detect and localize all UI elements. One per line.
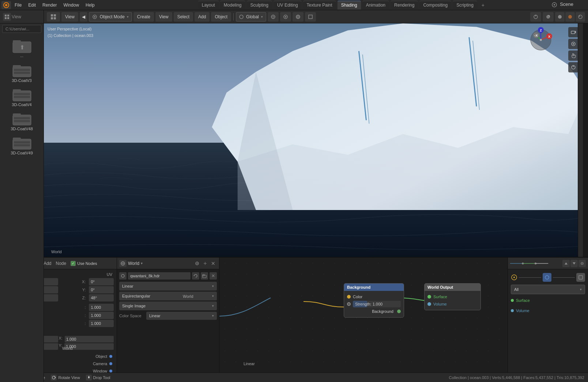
hdri-projection-dropdown[interactable]: Equirectangular ▾ bbox=[119, 292, 217, 300]
tab-scripting[interactable]: Scripting bbox=[453, 1, 477, 10]
x-scale-value[interactable]: 1.000 bbox=[89, 304, 114, 311]
color-space-dropdown[interactable]: Linear ▾ bbox=[146, 312, 217, 320]
surface-label[interactable]: Surface bbox=[516, 298, 530, 303]
tab-texture-paint[interactable]: Texture Paint bbox=[303, 1, 336, 10]
object-prop-label: Object bbox=[95, 354, 107, 359]
y-rot-value[interactable]: 0° bbox=[89, 286, 114, 293]
viewport-shading-btns[interactable] bbox=[543, 12, 554, 22]
snap-btn[interactable] bbox=[268, 12, 279, 22]
upload-folder-item[interactable]: ⬆ ... bbox=[0, 34, 44, 61]
tab-animation[interactable]: Animation bbox=[362, 1, 389, 10]
background-node[interactable]: Background Color Strength: 1.000 bbox=[344, 283, 404, 318]
world-surface-socket[interactable] bbox=[427, 295, 431, 299]
add-btn[interactable]: Add bbox=[195, 12, 210, 22]
render-mode-btn[interactable] bbox=[576, 12, 585, 22]
create-btn[interactable]: Create bbox=[133, 12, 154, 22]
tab-sculpting[interactable]: Sculpting bbox=[247, 1, 272, 10]
tab-shading[interactable]: Shading bbox=[338, 1, 361, 10]
folder-3d-coatv4[interactable]: 3D-CoatV4 bbox=[0, 85, 44, 109]
y-scale-value[interactable]: 1.000 bbox=[89, 312, 114, 319]
editor-type-3d[interactable] bbox=[47, 12, 60, 22]
right-scroll-up-btn[interactable] bbox=[562, 260, 570, 267]
render-preview-btn[interactable] bbox=[530, 12, 541, 22]
hdri-source-dropdown[interactable]: Single Image ▾ bbox=[119, 302, 217, 310]
svg-point-99 bbox=[513, 277, 515, 278]
right-scroll-down-btn[interactable] bbox=[570, 260, 578, 267]
viewport-hand-btn[interactable] bbox=[568, 50, 578, 61]
hdri-x-btn[interactable]: ✕ bbox=[210, 272, 217, 280]
folder-3d-coatv3[interactable]: 3D-CoatV3 bbox=[0, 61, 44, 85]
bg-color-socket-row: Color bbox=[347, 293, 401, 300]
world-output-node[interactable]: World Output Surface Volume bbox=[424, 283, 481, 310]
hdri-colorspace-dropdown[interactable]: Linear ▾ bbox=[119, 282, 217, 291]
x-rot-value[interactable]: 0° bbox=[89, 278, 114, 285]
menu-render[interactable]: Render bbox=[39, 0, 60, 10]
volume-label[interactable]: Volume bbox=[516, 308, 529, 313]
use-nodes-toggle[interactable]: ✓ Use Nodes bbox=[71, 261, 97, 266]
sidebar-view-btn[interactable]: View bbox=[12, 13, 20, 21]
world-dropdown-label[interactable]: World bbox=[128, 261, 139, 266]
node-close-btn[interactable]: ✕ bbox=[210, 260, 217, 267]
tab-uv-editing[interactable]: UV Editing bbox=[274, 1, 302, 10]
viewport-camera-btn[interactable] bbox=[568, 27, 578, 37]
z-rot-value[interactable]: 48° bbox=[89, 294, 114, 302]
tab-layout[interactable]: Layout bbox=[198, 1, 219, 10]
node-new-btn[interactable] bbox=[201, 260, 209, 267]
window-socket bbox=[109, 370, 112, 372]
bg-color-socket-in[interactable] bbox=[347, 295, 351, 299]
viewport-look-btn[interactable] bbox=[568, 62, 578, 72]
view-menu-btn[interactable]: View bbox=[61, 12, 78, 22]
folder-3d-coatv48[interactable]: 3D-CoatV48 bbox=[0, 109, 44, 133]
back-btn[interactable]: ◀ bbox=[80, 12, 87, 22]
select-btn[interactable]: Select bbox=[174, 12, 193, 22]
node-left-node-btn[interactable]: Node bbox=[54, 261, 68, 266]
rot-z-label: Z: bbox=[59, 294, 88, 302]
node-graph-canvas[interactable]: Background Color Strength: 1.000 bbox=[219, 258, 508, 372]
max-x-value[interactable]: 1.000 bbox=[65, 336, 114, 342]
background-node-body: Color Strength: 1.000 Background bbox=[344, 291, 404, 317]
menu-help[interactable]: Help bbox=[83, 0, 98, 10]
world-volume-socket[interactable] bbox=[427, 302, 431, 306]
node-world-icon[interactable] bbox=[119, 260, 127, 267]
tab-rendering[interactable]: Rendering bbox=[391, 1, 418, 10]
menu-file[interactable]: File bbox=[12, 0, 24, 10]
add-workspace-button[interactable]: + bbox=[479, 1, 487, 10]
hdri-reload-btn[interactable] bbox=[192, 272, 199, 280]
menu-window[interactable]: Window bbox=[60, 0, 82, 10]
drop-tool-indicator: Drop Tool bbox=[86, 375, 110, 381]
viewport-right-resize[interactable] bbox=[578, 23, 583, 272]
hdri-filename[interactable]: qwantani_8k.hdr bbox=[128, 272, 191, 280]
svg-point-80 bbox=[197, 263, 198, 264]
use-nodes-checkbox[interactable]: ✓ bbox=[71, 261, 76, 266]
transform-dropdown[interactable]: Global ▾ bbox=[236, 12, 266, 22]
blender-logo[interactable] bbox=[1, 1, 11, 9]
right-settings-btn[interactable] bbox=[578, 260, 586, 267]
editor-type-btn[interactable] bbox=[3, 13, 11, 21]
bg-output-socket-out[interactable] bbox=[397, 310, 401, 313]
collection-info: Collection | ocean.003 | Verts:5,446,588… bbox=[449, 375, 584, 380]
viewport-gizmo[interactable]: X -X Z bbox=[528, 27, 554, 54]
bg-strength-field[interactable]: Strength: 1.000 bbox=[353, 301, 401, 307]
object-btn[interactable]: Object bbox=[211, 12, 231, 22]
viewport-view-btn[interactable] bbox=[568, 39, 578, 49]
node-browse-btn[interactable] bbox=[193, 260, 201, 267]
view-btn[interactable]: View bbox=[155, 12, 172, 22]
hdri-folder-btn[interactable] bbox=[201, 272, 208, 280]
menu-edit[interactable]: Edit bbox=[25, 0, 39, 10]
material-mode-btn[interactable] bbox=[565, 12, 575, 22]
svg-point-1 bbox=[5, 4, 7, 6]
xray-btn[interactable] bbox=[305, 12, 316, 22]
proportional-edit-btn[interactable] bbox=[280, 12, 291, 22]
bg-strength-socket-in[interactable] bbox=[347, 302, 351, 306]
tab-compositing[interactable]: Compositing bbox=[419, 1, 451, 10]
hdri-browse-icon[interactable] bbox=[119, 272, 127, 280]
z-scale-value[interactable]: 1.000 bbox=[89, 320, 114, 327]
object-mode-dropdown[interactable]: Object Mode ▾ bbox=[89, 12, 132, 22]
folder-3d-coatv49[interactable]: 3D-CoatV49 bbox=[0, 133, 44, 157]
bg-strength-socket-row: Strength: 1.000 bbox=[347, 300, 401, 308]
viewport-3d[interactable]: User Perspective (Local) (1) Collection … bbox=[44, 23, 583, 272]
overlay-btn[interactable] bbox=[293, 12, 304, 22]
solid-mode-btn[interactable] bbox=[555, 12, 565, 22]
all-dropdown[interactable]: All ▾ bbox=[511, 285, 585, 294]
tab-modeling[interactable]: Modeling bbox=[220, 1, 245, 10]
